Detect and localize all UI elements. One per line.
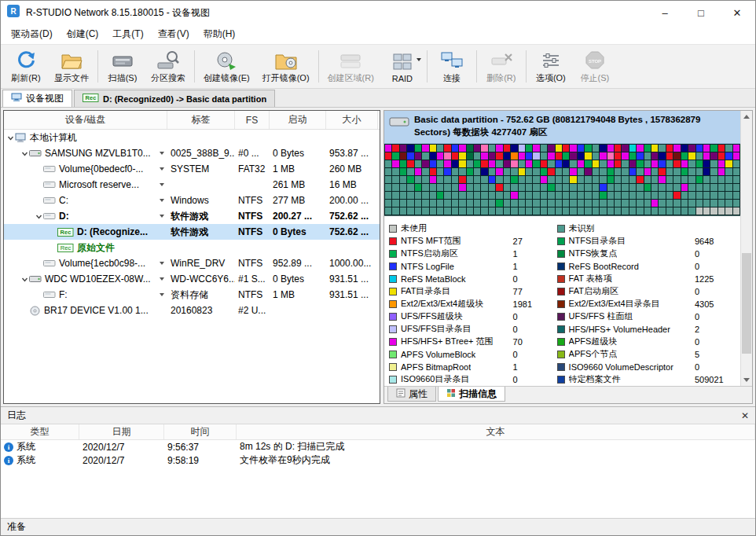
device-name: 本地计算机 [30, 131, 77, 145]
tree-row-samsung-disk[interactable]: SAMSUNG MZVLB1T0...0025_388B_9...#0 ...0… [4, 145, 380, 161]
log-row[interactable]: i系统2020/12/79:56:378m 12s 的 D: 扫描已完成 [1, 440, 755, 453]
tab-scan-info[interactable]: 扫描信息 [438, 387, 505, 402]
legend-count: 1 [513, 362, 557, 372]
expander-icon[interactable] [20, 276, 29, 283]
close-button[interactable]: ✕ [719, 1, 755, 24]
toolbar-group: 连接 [430, 46, 474, 86]
tree-column-fs[interactable]: FS [235, 111, 270, 129]
tree-row-volume-0bedecf0[interactable]: Volume{0bedecf0-...SYSTEMFAT321 MB260 MB [4, 161, 380, 177]
device-dropdown-icon[interactable] [160, 199, 164, 202]
tab-device-view[interactable]: 设备视图 [2, 90, 72, 107]
tree-row-local-computer[interactable]: 本地计算机 [4, 130, 380, 145]
scan-block-map[interactable] [384, 144, 740, 216]
toolbar-show-files-button[interactable]: 显示文件 [48, 46, 95, 86]
toolbar-separator [526, 50, 527, 83]
menu-bar: 驱动器(D)创建(C)工具(T)查看(V)帮助(H) [1, 24, 755, 45]
log-column-text[interactable]: 文本 [237, 424, 755, 439]
scan-block [556, 152, 562, 160]
scan-block [519, 160, 525, 167]
toolbar-create-image-button[interactable]: 创建镜像(E) [197, 46, 256, 86]
tree-row-volume-1ecb0c98[interactable]: Volume{1ecb0c98-...WinRE_DRVNTFS952.89 .… [4, 255, 380, 271]
device-dropdown-icon[interactable] [160, 152, 164, 155]
rec-icon: Rec [83, 94, 99, 104]
tree-row-microsoft-reserved[interactable]: Microsoft reserve...261 MB16 MB [4, 177, 380, 193]
tree-row-volume-d[interactable]: D:软件游戏NTFS200.27 ...752.62 ... [4, 208, 380, 224]
tree-row-volume-c[interactable]: C:WindowsNTFS277 MB200.00 ... [4, 193, 380, 208]
tree-column-device[interactable]: 设备/磁盘 [4, 111, 167, 129]
info-icon: i [4, 442, 13, 452]
dropdown-arrow-icon[interactable] [417, 58, 421, 61]
scrollbar-track[interactable] [741, 123, 752, 374]
log-cell-date: 2020/12/7 [79, 440, 164, 453]
tree-column-label[interactable]: 标签 [167, 111, 235, 129]
scan-block [407, 145, 413, 152]
log-close-icon[interactable]: ✕ [741, 410, 749, 421]
scan-block [681, 152, 688, 160]
minimize-button[interactable]: – [647, 1, 683, 24]
tree-row-recognized0[interactable]: RecD: (Recognize...软件游戏NTFS0 Bytes752.62… [4, 224, 380, 240]
tree-row-raw-files[interactable]: Rec原始文件 [4, 240, 380, 255]
device-dropdown-icon[interactable] [160, 262, 164, 265]
scrollbar-thumb[interactable] [742, 253, 751, 354]
scan-block [651, 152, 658, 160]
maximize-button[interactable]: □ [683, 1, 719, 24]
toolbar-raid-button[interactable]: RAID [380, 46, 424, 86]
device-dropdown-icon[interactable] [160, 167, 164, 171]
menu-item-view[interactable]: 查看(V) [151, 24, 196, 44]
scan-block [430, 160, 436, 167]
expander-icon[interactable] [6, 134, 15, 141]
device-dropdown-icon[interactable] [160, 293, 164, 296]
log-column-type[interactable]: 类型 [1, 424, 79, 439]
device-dropdown-icon[interactable] [160, 277, 164, 281]
vertical-scrollbar[interactable] [740, 111, 752, 386]
partition-info-text: Basic data partition - 752.62 GB (808121… [414, 113, 736, 141]
legend-item: UFS/FFS 柱面组0 [557, 310, 739, 322]
scan-block [593, 200, 599, 207]
tab-properties[interactable]: 属性 [387, 387, 436, 402]
scan-block [533, 168, 539, 175]
scan-block [444, 207, 450, 215]
tree-column-size[interactable]: 大小 [326, 111, 378, 129]
scan-block [422, 176, 428, 183]
toolbar-connect-button[interactable]: 连接 [430, 46, 474, 86]
tab-recognized-partition[interactable]: RecD: (Recognized0) -> Basic data partit… [74, 90, 275, 107]
toolbar-partition-search-button[interactable]: 分区搜索 [145, 46, 192, 86]
device-dropdown-icon[interactable] [160, 215, 164, 218]
scan-block [452, 145, 458, 152]
scroll-down-icon[interactable] [741, 374, 752, 386]
scan-block [570, 192, 576, 199]
menu-item-tools[interactable]: 工具(T) [105, 24, 150, 44]
tree-row-br17-device[interactable]: BR17 DEVICE V1.00 1...20160823#2 U... [4, 303, 380, 318]
toolbar-options-button[interactable]: 选项(O) [529, 46, 573, 86]
scan-block [607, 168, 614, 175]
tree-cell-fs: #0 ... [235, 145, 270, 161]
toolbar-delete-button[interactable]: 删除(R) [479, 46, 523, 86]
scan-block [444, 184, 450, 191]
toolbar-create-region-button[interactable]: 创建区域(R) [321, 46, 380, 86]
tree-row-volume-f[interactable]: F:资料存储NTFS1 MB931.51 ... [4, 287, 380, 303]
expander-icon[interactable] [34, 213, 43, 220]
scan-block [407, 184, 413, 191]
toolbar-open-image-button[interactable]: 打开镜像(O) [256, 46, 316, 86]
log-column-date[interactable]: 日期 [79, 424, 164, 439]
menu-item-help[interactable]: 帮助(H) [196, 24, 243, 44]
device-dropdown-icon[interactable] [160, 183, 164, 186]
scan-block [548, 168, 554, 175]
toolbar-refresh-button[interactable]: 刷新(R) [4, 46, 48, 86]
tree-row-wdc-disk[interactable]: WDC WD10EZEX-08W...WD-WCC6Y6...#1 S...0 … [4, 271, 380, 287]
scan-block [407, 160, 413, 167]
scroll-up-icon[interactable] [741, 111, 752, 123]
scan-block [400, 145, 406, 152]
toolbar-stop-button[interactable]: STOP停止(S) [573, 46, 617, 86]
scan-block [415, 200, 421, 207]
legend-count: 9648 [695, 237, 739, 246]
menu-item-create[interactable]: 创建(C) [60, 24, 106, 44]
scan-block [585, 152, 591, 160]
menu-item-drive[interactable]: 驱动器(D) [4, 24, 60, 44]
legend-count: 0 [513, 350, 557, 359]
tree-column-start[interactable]: 启动 [270, 111, 326, 129]
toolbar-scan-button[interactable]: 扫描(S) [101, 46, 145, 86]
log-column-time[interactable]: 时间 [164, 424, 237, 439]
expander-icon[interactable] [20, 150, 29, 157]
log-row[interactable]: i系统2020/12/79:58:19文件枚举在9秒内完成 [1, 453, 755, 467]
